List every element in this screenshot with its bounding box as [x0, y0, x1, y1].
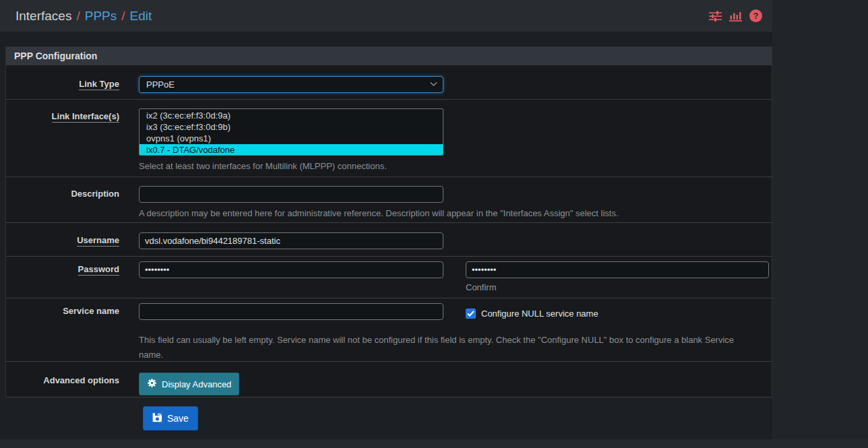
- ppp-configuration-panel: PPP Configuration Link Type PPPoE Link I…: [5, 46, 772, 397]
- svg-text:?: ?: [753, 11, 759, 21]
- password-input[interactable]: [139, 261, 443, 278]
- description-help: A description may be entered here for ad…: [139, 208, 772, 218]
- username-row: Username: [6, 223, 772, 257]
- null-service-checkbox[interactable]: [466, 309, 476, 319]
- username-label: Username: [6, 232, 119, 256]
- breadcrumb-separator: /: [76, 9, 80, 24]
- link-type-selected-value: PPPoE: [146, 79, 175, 90]
- link-type-select[interactable]: PPPoE: [139, 76, 443, 93]
- breadcrumb-section: Interfaces: [16, 9, 71, 24]
- confirm-label: Confirm: [466, 282, 769, 292]
- listbox-option[interactable]: ovpns1 (ovpns1): [140, 133, 443, 144]
- top-navbar: Interfaces / PPPs / Edit ?: [0, 0, 772, 32]
- advanced-options-row: Advanced options Display Advanced: [6, 362, 772, 397]
- breadcrumb-separator: /: [121, 9, 125, 24]
- navbar-icons: ?: [709, 9, 762, 22]
- link-interfaces-listbox[interactable]: ix2 (3c:ec:ef:f3:0d:9a)ix3 (3c:ec:ef:f3:…: [139, 108, 443, 156]
- null-service-checkbox-label[interactable]: Configure NULL service name: [481, 309, 598, 319]
- description-label: Description: [6, 186, 119, 222]
- password-row: Password Confirm: [6, 257, 772, 298]
- username-input[interactable]: [139, 232, 443, 249]
- listbox-option[interactable]: ix3 (3c:ec:ef:f3:0d:9b): [140, 121, 443, 133]
- listbox-option[interactable]: ix2 (3c:ec:ef:f3:0d:9a): [140, 110, 443, 121]
- service-name-help: This field can usually be left empty. Se…: [139, 333, 742, 362]
- panel-title: PPP Configuration: [6, 46, 772, 65]
- description-input[interactable]: [139, 186, 443, 203]
- advanced-options-label: Advanced options: [6, 373, 119, 397]
- link-interfaces-label: Link Interface(s): [6, 108, 119, 177]
- listbox-option[interactable]: ix0.7 - DTAG/vodafone: [140, 144, 443, 156]
- service-name-input[interactable]: [139, 303, 443, 320]
- help-icon[interactable]: ?: [749, 9, 762, 22]
- link-type-row: Link Type PPPoE: [6, 65, 772, 100]
- save-button[interactable]: Save: [143, 406, 198, 430]
- link-type-label: Link Type: [6, 76, 119, 99]
- chevron-down-icon: [431, 79, 437, 86]
- service-name-label: Service name: [6, 303, 119, 361]
- link-interfaces-help: Select at least two interfaces for Multi…: [139, 161, 772, 171]
- display-advanced-button[interactable]: Display Advanced: [139, 373, 239, 395]
- page-container: PPP Configuration Link Type PPPoE Link I…: [0, 32, 772, 448]
- description-row: Description A description may be entered…: [6, 177, 772, 223]
- password-confirm-input[interactable]: [466, 261, 769, 278]
- password-label: Password: [6, 261, 119, 298]
- display-advanced-label: Display Advanced: [162, 379, 231, 389]
- page-footer: [0, 439, 868, 448]
- bar-chart-icon[interactable]: [729, 11, 742, 22]
- breadcrumb-link-edit[interactable]: Edit: [130, 9, 152, 24]
- link-interfaces-row: Link Interface(s) ix2 (3c:ec:ef:f3:0d:9a…: [6, 100, 772, 177]
- save-icon: [152, 412, 162, 424]
- gear-icon: [147, 378, 157, 390]
- service-name-row: Service name Configure NULL service name…: [6, 298, 772, 362]
- breadcrumb: Interfaces / PPPs / Edit: [16, 9, 152, 24]
- sliders-icon[interactable]: [709, 11, 722, 22]
- breadcrumb-link-ppps[interactable]: PPPs: [85, 9, 117, 24]
- save-label: Save: [167, 413, 189, 424]
